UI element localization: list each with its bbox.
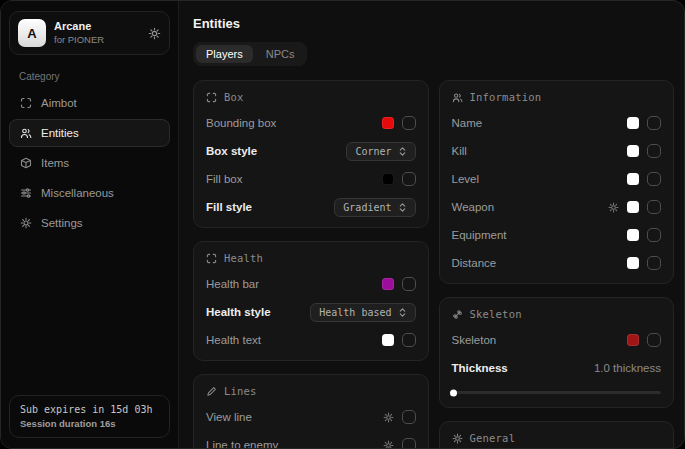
slider-fill xyxy=(452,391,454,394)
setting-label: Box style xyxy=(206,145,257,157)
skeleton-card: Skeleton Skeleton Thickness 1.0 thicknes… xyxy=(439,297,675,408)
checkbox[interactable] xyxy=(647,256,661,270)
setting-label: Equipment xyxy=(452,229,507,241)
health-card-header: Health xyxy=(206,252,416,264)
setting-row-fill-style: Fill style Gradient xyxy=(206,197,416,217)
sidebar-item-label: Aimbot xyxy=(41,97,77,109)
box-style-dropdown[interactable]: Corner xyxy=(346,142,415,161)
setting-row-view-line: View line xyxy=(206,407,416,427)
box-card-header: Box xyxy=(206,91,416,103)
general-card: General Visibility check Max distance xyxy=(439,421,675,448)
color-swatch[interactable] xyxy=(627,145,639,157)
setting-label: Fill style xyxy=(206,201,252,213)
general-card-header: General xyxy=(452,432,662,444)
color-swatch[interactable] xyxy=(627,201,639,213)
app-name: Arcane xyxy=(54,20,104,34)
tab-npcs[interactable]: NPCs xyxy=(256,45,305,63)
sidebar-item-label: Entities xyxy=(41,127,79,139)
brackets-icon xyxy=(206,92,217,103)
setting-label: Weapon xyxy=(452,201,495,213)
page-title: Entities xyxy=(193,16,674,31)
checkbox[interactable] xyxy=(647,200,661,214)
setting-row-thickness: Thickness 1.0 thickness xyxy=(452,358,662,378)
health-style-dropdown[interactable]: Health based xyxy=(310,303,415,322)
thickness-slider[interactable] xyxy=(452,391,662,394)
checkbox[interactable] xyxy=(402,172,416,186)
checkbox[interactable] xyxy=(402,410,416,424)
sidebar-item-label: Settings xyxy=(41,217,83,229)
checkbox[interactable] xyxy=(647,172,661,186)
sidebar-nav: Aimbot Entities Items Miscellaneous xyxy=(9,89,170,237)
skeleton-card-header: Skeleton xyxy=(452,308,662,320)
checkbox[interactable] xyxy=(647,116,661,130)
gear-icon xyxy=(452,433,463,444)
crosshair-icon xyxy=(20,97,32,109)
bone-icon xyxy=(452,309,463,320)
color-swatch[interactable] xyxy=(382,173,394,185)
lines-card-header: Lines xyxy=(206,385,416,397)
checkbox[interactable] xyxy=(402,116,416,130)
setting-row-box-style: Box style Corner xyxy=(206,141,416,161)
tab-players[interactable]: Players xyxy=(196,45,253,63)
setting-row-bounding-box: Bounding box xyxy=(206,113,416,133)
chevrons-up-down-icon xyxy=(398,307,407,318)
setting-row-health-text: Health text xyxy=(206,330,416,350)
gear-icon[interactable] xyxy=(383,440,394,449)
app-logo: A xyxy=(18,19,46,47)
color-swatch[interactable] xyxy=(382,278,394,290)
checkbox[interactable] xyxy=(402,333,416,347)
app-title-block: Arcane for PIONER xyxy=(54,20,104,46)
sidebar: A Arcane for PIONER Category Aimbot xyxy=(1,1,179,448)
fill-style-dropdown[interactable]: Gradient xyxy=(334,198,415,217)
brackets-icon xyxy=(206,253,217,264)
setting-row-skeleton: Skeleton xyxy=(452,330,662,350)
box-card: Box Bounding box Box style Corner xyxy=(193,80,429,228)
sidebar-item-entities[interactable]: Entities xyxy=(9,119,170,147)
checkbox[interactable] xyxy=(402,438,416,448)
checkbox[interactable] xyxy=(402,277,416,291)
sidebar-item-miscellaneous[interactable]: Miscellaneous xyxy=(9,179,170,207)
chevrons-up-down-icon xyxy=(398,146,407,157)
setting-label: Health bar xyxy=(206,278,259,290)
dropdown-value: Gradient xyxy=(343,202,391,213)
gear-icon[interactable] xyxy=(148,27,161,40)
main-content: Entities Players NPCs Box Bounding box xyxy=(179,1,684,448)
setting-row-level: Level xyxy=(452,169,662,189)
gear-icon[interactable] xyxy=(608,202,619,213)
color-swatch[interactable] xyxy=(627,257,639,269)
setting-row-weapon: Weapon xyxy=(452,197,662,217)
users-icon xyxy=(20,127,32,139)
checkbox[interactable] xyxy=(647,228,661,242)
sidebar-item-settings[interactable]: Settings xyxy=(9,209,170,237)
setting-label: Skeleton xyxy=(452,334,497,346)
sidebar-item-aimbot[interactable]: Aimbot xyxy=(9,89,170,117)
color-swatch[interactable] xyxy=(627,117,639,129)
color-swatch[interactable] xyxy=(627,173,639,185)
setting-label: View line xyxy=(206,411,252,423)
dropdown-value: Corner xyxy=(355,146,391,157)
package-icon xyxy=(20,157,32,169)
sidebar-item-items[interactable]: Items xyxy=(9,149,170,177)
sub-expires-text: Sub expires in 15d 03h xyxy=(20,404,159,415)
right-column: Information Name Kill xyxy=(439,80,675,448)
color-swatch[interactable] xyxy=(627,334,639,346)
information-card-header: Information xyxy=(452,91,662,103)
color-swatch[interactable] xyxy=(382,117,394,129)
gear-icon[interactable] xyxy=(383,412,394,423)
card-title: Box xyxy=(224,91,244,103)
thickness-value: 1.0 thickness xyxy=(594,362,661,374)
tab-bar: Players NPCs xyxy=(193,42,307,66)
checkbox[interactable] xyxy=(647,333,661,347)
dropdown-value: Health based xyxy=(319,307,391,318)
checkbox[interactable] xyxy=(647,144,661,158)
chevrons-up-down-icon xyxy=(398,202,407,213)
setting-label: Name xyxy=(452,117,483,129)
setting-label: Thickness xyxy=(452,362,508,374)
setting-row-distance: Distance xyxy=(452,253,662,273)
setting-label: Fill box xyxy=(206,173,242,185)
health-card: Health Health bar Health style Health ba… xyxy=(193,241,429,361)
color-swatch[interactable] xyxy=(627,229,639,241)
setting-label: Distance xyxy=(452,257,497,269)
app-header-card: A Arcane for PIONER xyxy=(9,11,170,55)
color-swatch[interactable] xyxy=(382,334,394,346)
